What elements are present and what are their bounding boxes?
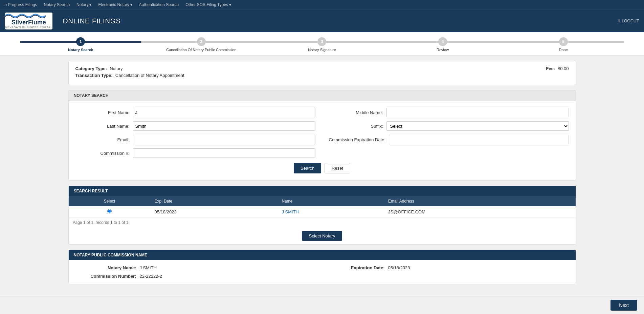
step-1-label: Notary Search	[68, 48, 93, 52]
notary-name-label: Notary Name:	[75, 265, 136, 270]
table-row: 05/18/2023 J SMITH JS@OFFICE.COM	[69, 206, 576, 217]
col-name: Name	[277, 196, 384, 206]
step-2: 2 Cancellation Of Notary Public Commissi…	[141, 37, 262, 52]
footer-bar: Next	[0, 296, 644, 314]
commission-exp-label: Commission Expiration Date:	[329, 137, 386, 142]
middle-name-row: Middle Name:	[329, 108, 569, 117]
commission-panel: NOTARY PUBLIC COMMISSION NAME Notary Nam…	[68, 250, 576, 284]
col-exp-date: Exp. Date	[151, 196, 278, 206]
table-cell-select[interactable]	[69, 206, 151, 217]
step-5-label: Done	[559, 48, 568, 52]
nav-in-progress[interactable]: In Progress Filings	[3, 2, 37, 7]
expiration-date-value: 05/18/2023	[388, 265, 410, 270]
step-1: 1 Notary Search	[20, 37, 141, 52]
commission-body: Notary Name: J SMITH Commission Number: …	[69, 260, 576, 284]
table-cell-name: J SMITH	[277, 206, 384, 217]
progress-container: 1 Notary Search 2 Cancellation Of Notary…	[0, 32, 644, 56]
pagination-info: Page 1 of 1, records 1 to 1 of 1	[69, 217, 576, 228]
notary-search-panel: NOTARY SEARCH First Name Last Name: Emai…	[68, 90, 576, 181]
category-type-label: Category Type:	[75, 66, 107, 71]
step-2-label: Cancellation Of Notary Public Commission	[166, 48, 236, 52]
transaction-type-value: Cancellation of Notary Appointment	[115, 73, 184, 78]
fee-info: Fee: $0.00	[546, 66, 569, 71]
middle-name-input[interactable]	[386, 108, 569, 117]
step-4-label: Review	[437, 48, 449, 52]
select-notary-row: Select Notary	[69, 228, 576, 244]
notary-name-value: J SMITH	[140, 265, 157, 270]
category-type-value: Notary	[110, 66, 123, 71]
suffix-select[interactable]: Select Jr Sr II III IV	[386, 121, 569, 131]
commission-number-row: Commission Number: 22-22222-2	[75, 274, 320, 279]
step-2-circle: 2	[197, 37, 206, 46]
step-3: 3 Notary Signature	[262, 37, 382, 52]
select-notary-button[interactable]: Select Notary	[302, 231, 342, 241]
step-5: 5 Done	[503, 37, 624, 52]
progress-track: 1 Notary Search 2 Cancellation Of Notary…	[20, 37, 624, 52]
page-title: ONLINE FILINGS	[63, 17, 121, 25]
commission-exp-input[interactable]	[389, 135, 569, 144]
step-4: 4 Review	[382, 37, 503, 52]
nav-other-sos-dropdown[interactable]: Other SOS Filing Types ▾	[185, 2, 231, 7]
col-select: Select	[69, 196, 151, 206]
email-input[interactable]	[133, 135, 315, 144]
logout-button[interactable]: ℹ LOGOUT	[618, 19, 639, 23]
notary-search-header: NOTARY SEARCH	[69, 90, 576, 101]
step-3-circle: 3	[317, 37, 326, 46]
table-cell-exp-date: 05/18/2023	[151, 206, 278, 217]
suffix-label: Suffix:	[329, 124, 383, 129]
chevron-down-icon: ▾	[89, 2, 91, 7]
top-nav: In Progress Filings Notary Search Notary…	[0, 0, 644, 9]
search-button[interactable]: Search	[294, 163, 321, 173]
result-table: Select Exp. Date Name Email Address 05/1…	[69, 196, 576, 217]
nav-notary-dropdown[interactable]: Notary ▾	[76, 2, 91, 7]
chevron-down-icon: ▾	[130, 2, 132, 7]
nav-authentication-search[interactable]: Authentication Search	[139, 2, 179, 7]
search-buttons: Search Reset	[75, 163, 569, 173]
commission-exp-row: Commission Expiration Date:	[329, 135, 569, 144]
search-result-header: SEARCH RESULT	[69, 186, 576, 196]
nav-notary-search[interactable]: Notary Search	[44, 2, 70, 7]
logo-area: SilverFlume NEVADA'S BUSINESS PORTAL ONL…	[5, 13, 121, 29]
table-cell-email: JS@OFFICE.COM	[384, 206, 575, 217]
commission-number-label: Commission Number:	[75, 274, 136, 279]
commission-header: NOTARY PUBLIC COMMISSION NAME	[69, 250, 576, 260]
last-name-input[interactable]	[133, 121, 315, 131]
next-button[interactable]: Next	[610, 300, 637, 311]
nav-electronic-notary-dropdown[interactable]: Electronic Notary ▾	[98, 2, 132, 7]
notary-name-row: Notary Name: J SMITH	[75, 265, 320, 270]
suffix-row: Suffix: Select Jr Sr II III IV	[329, 121, 569, 131]
expiration-date-row: Expiration Date: 05/18/2023	[324, 265, 569, 270]
header: SilverFlume NEVADA'S BUSINESS PORTAL ONL…	[0, 9, 644, 32]
logo-wave-icon	[5, 13, 46, 18]
commission-right: Expiration Date: 05/18/2023	[324, 265, 569, 279]
logo-subtitle: NEVADA'S BUSINESS PORTAL	[5, 26, 52, 29]
logo-title: SilverFlume	[5, 19, 52, 26]
info-icon: ℹ	[618, 19, 620, 23]
email-label: Email:	[75, 137, 130, 142]
commission-input[interactable]	[133, 148, 315, 158]
fee-label: Fee:	[546, 66, 555, 71]
info-card: Category Type: Notary Transaction Type: …	[68, 61, 576, 85]
step-1-circle: 1	[76, 37, 85, 46]
chevron-down-icon: ▾	[229, 2, 231, 7]
fee-value: $0.00	[558, 66, 569, 71]
step-4-circle: 4	[438, 37, 447, 46]
main-content: Category Type: Notary Transaction Type: …	[62, 56, 583, 294]
table-header-row: Select Exp. Date Name Email Address	[69, 196, 576, 206]
first-name-row: First Name	[75, 108, 315, 117]
transaction-type-label: Transaction Type:	[75, 73, 113, 78]
search-result-panel: SEARCH RESULT Select Exp. Date Name Emai…	[68, 186, 576, 245]
middle-name-label: Middle Name:	[329, 110, 383, 115]
step-3-label: Notary Signature	[308, 48, 336, 52]
first-name-label: First Name	[75, 110, 130, 115]
col-email: Email Address	[384, 196, 575, 206]
first-name-input[interactable]	[133, 108, 315, 117]
expiration-date-label: Expiration Date:	[324, 265, 385, 270]
logo-box: SilverFlume NEVADA'S BUSINESS PORTAL	[5, 13, 52, 29]
commission-number-value: 22-22222-2	[140, 274, 162, 279]
search-form: First Name Last Name: Email: Commission …	[75, 108, 569, 158]
last-name-label: Last Name:	[75, 124, 130, 129]
reset-button[interactable]: Reset	[325, 163, 350, 173]
step-5-circle: 5	[559, 37, 568, 46]
notary-radio[interactable]	[107, 209, 112, 213]
